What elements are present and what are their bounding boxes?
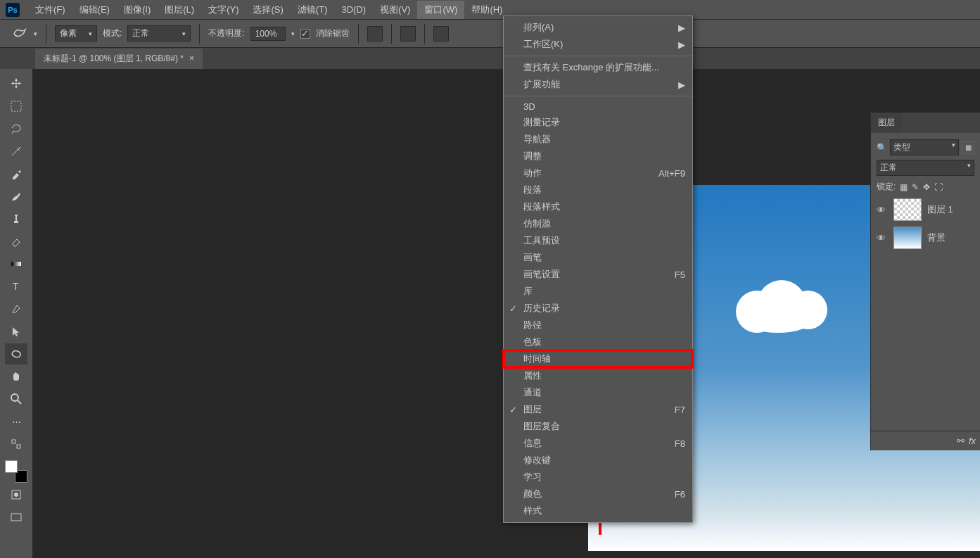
tool-dropdown-caret[interactable]: ▾ <box>34 30 37 37</box>
type-tool[interactable]: T <box>5 276 27 297</box>
hand-tool[interactable] <box>5 366 27 387</box>
menu-exchange[interactable]: 查找有关 Exchange 的扩展功能... <box>504 59 692 76</box>
menu-file[interactable]: 文件(F) <box>28 1 72 19</box>
menu-separator <box>504 56 692 56</box>
blend-mode-select[interactable]: 正常▾ <box>877 160 974 176</box>
opacity-slider-caret[interactable]: ▾ <box>291 30 295 37</box>
unit-select[interactable]: 像素▾ <box>55 25 97 42</box>
menu-brush-settings[interactable]: 画笔设置F5 <box>504 266 692 283</box>
menu-color[interactable]: 颜色F6 <box>504 486 692 502</box>
filter-pixel-icon[interactable]: ▦ <box>962 141 974 154</box>
menu-layer-comps[interactable]: 图层复合 <box>504 418 692 435</box>
menu-measurement[interactable]: 测量记录 <box>504 114 692 131</box>
screenmode-tool[interactable] <box>5 507 27 528</box>
menu-edit[interactable]: 编辑(E) <box>72 1 117 19</box>
menu-info[interactable]: 信息F8 <box>504 435 692 452</box>
menu-arrange[interactable]: 排列(A)▶ <box>504 19 692 36</box>
menu-brushes[interactable]: 画笔 <box>504 249 692 266</box>
visibility-icon[interactable]: 👁 <box>877 233 888 243</box>
layers-panel-tab[interactable]: 图层 <box>871 113 902 133</box>
menu-modifier-keys[interactable]: 修改键 <box>504 452 692 469</box>
menu-adjustments[interactable]: 调整 <box>504 148 692 165</box>
lock-position-icon[interactable]: ✥ <box>923 182 930 192</box>
ps-logo-text: Ps <box>8 6 17 14</box>
quickmask-tool[interactable] <box>5 484 27 505</box>
path-select-tool[interactable] <box>5 321 27 342</box>
menu-actions[interactable]: 动作Alt+F9 <box>504 165 692 182</box>
menu-image[interactable]: 图像(I) <box>117 1 158 19</box>
marquee-tool[interactable] <box>5 96 27 117</box>
lasso-tool[interactable] <box>5 118 27 139</box>
filter-value: 类型 <box>893 141 910 153</box>
link-layers-icon[interactable]: ⚯ <box>957 436 965 446</box>
move-tool[interactable] <box>5 73 27 94</box>
layer-name[interactable]: 背景 <box>927 232 946 244</box>
menu-item-label: 信息 <box>523 437 542 450</box>
lock-brush-icon[interactable]: ✎ <box>912 182 919 192</box>
edit-toolbar[interactable] <box>5 433 27 455</box>
menu-workspace[interactable]: 工作区(K)▶ <box>504 36 692 53</box>
pen-tool[interactable] <box>5 298 27 319</box>
menu-item-label: 画笔 <box>523 251 542 264</box>
menu-extensions[interactable]: 扩展功能▶ <box>504 76 692 93</box>
menu-type[interactable]: 文字(Y) <box>201 1 246 19</box>
align-btn-3[interactable] <box>433 26 449 42</box>
menu-channels[interactable]: 通道 <box>504 384 692 401</box>
eraser-tool[interactable] <box>5 231 27 252</box>
menu-filter[interactable]: 滤镜(T) <box>291 1 335 19</box>
more-tools[interactable]: ⋯ <box>5 411 27 432</box>
color-swatches[interactable] <box>5 460 27 483</box>
menu-view[interactable]: 视图(V) <box>373 1 417 19</box>
menu-properties[interactable]: 属性 <box>504 367 692 384</box>
mode-select[interactable]: 正常▾ <box>127 25 191 42</box>
menu-paragraph-styles[interactable]: 段落样式 <box>504 198 692 215</box>
menu-3d[interactable]: 3D(D) <box>334 1 373 18</box>
menu-history[interactable]: ✓历史记录 <box>504 300 692 317</box>
menu-layer[interactable]: 图层(L) <box>158 1 201 19</box>
foreground-color[interactable] <box>5 460 18 473</box>
layer-row[interactable]: 👁 图层 1 <box>871 196 980 224</box>
layer-name[interactable]: 图层 1 <box>927 203 953 216</box>
menu-layers[interactable]: ✓图层F7 <box>504 401 692 418</box>
menu-paragraph[interactable]: 段落 <box>504 182 692 198</box>
close-icon[interactable]: × <box>189 53 194 63</box>
menu-select[interactable]: 选择(S) <box>246 1 290 19</box>
menu-paths[interactable]: 路径 <box>504 317 692 334</box>
menu-libraries[interactable]: 库 <box>504 283 692 300</box>
menu-timeline[interactable]: 时间轴 <box>504 350 692 367</box>
layer-thumbnail[interactable] <box>893 227 922 249</box>
document-tab[interactable]: 未标题-1 @ 100% (图层 1, RGB/8#) * × <box>35 49 203 69</box>
menu-window[interactable]: 窗口(W) <box>417 1 464 19</box>
menu-tool-presets[interactable]: 工具预设 <box>504 232 692 249</box>
eyedropper-tool[interactable] <box>5 163 27 184</box>
visibility-icon[interactable]: 👁 <box>877 205 888 215</box>
main-area: T ⋯ <box>0 69 980 558</box>
menu-learn[interactable]: 学习 <box>504 469 692 486</box>
lock-pixels-icon[interactable]: ▦ <box>900 182 908 192</box>
current-tool-icon[interactable] <box>11 25 28 42</box>
menu-navigator[interactable]: 导航器 <box>504 131 692 148</box>
align-btn-2[interactable] <box>400 26 416 42</box>
layer-thumbnail[interactable] <box>893 198 922 221</box>
menu-item-label: 历史记录 <box>523 302 560 315</box>
svg-rect-0 <box>11 101 21 111</box>
menu-3d-panel[interactable]: 3D <box>504 99 692 114</box>
submenu-arrow-icon: ▶ <box>678 39 685 50</box>
shape-tool[interactable] <box>5 343 27 364</box>
layer-filter-select[interactable]: 类型▾ <box>890 139 959 156</box>
antialias-checkbox[interactable]: ✓ <box>300 29 310 39</box>
stamp-tool[interactable] <box>5 208 27 229</box>
align-btn-1[interactable] <box>367 26 383 42</box>
magic-wand-tool[interactable] <box>5 141 27 162</box>
gradient-tool[interactable] <box>5 253 27 274</box>
layer-row[interactable]: 👁 背景 <box>871 224 980 252</box>
lock-artboard-icon[interactable]: ⛶ <box>934 182 943 192</box>
brush-tool[interactable] <box>5 186 27 207</box>
menu-clone-source[interactable]: 仿制源 <box>504 215 692 232</box>
opacity-select[interactable]: 100% <box>250 27 286 41</box>
zoom-tool[interactable] <box>5 388 27 410</box>
menu-styles[interactable]: 样式 <box>504 502 692 519</box>
menu-item-label: 段落 <box>523 184 542 196</box>
fx-icon[interactable]: fx <box>969 436 976 446</box>
menu-swatches[interactable]: 色板 <box>504 334 692 350</box>
